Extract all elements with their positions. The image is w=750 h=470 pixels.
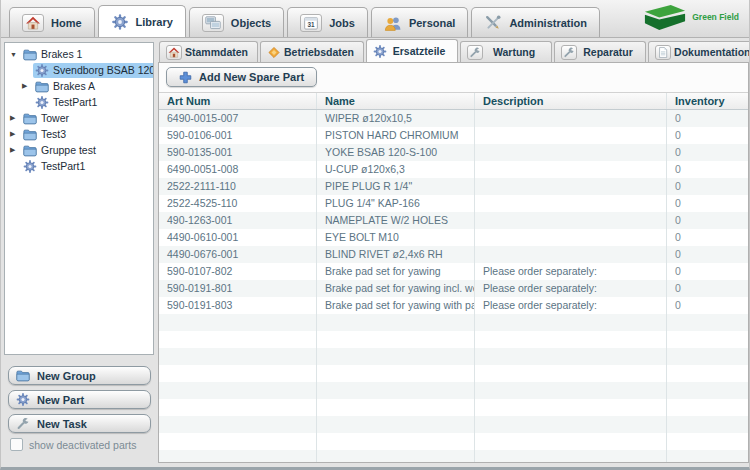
cell-inventory: 0 [667,178,748,195]
table-empty-area [159,314,748,462]
tree-item-body[interactable]: Tower [21,111,74,126]
table-row[interactable]: 2522-4525-110 PLUG 1/4" KAP-166 0 [159,195,748,212]
tree-item-icon [23,112,37,125]
detail-tab-bar: Stammdaten Betriebsdaten Ersatzteile War… [159,40,750,62]
detail-tab-icon [166,45,182,60]
tree-item[interactable]: ▶ Tower [5,110,153,126]
cell-art-num: 490-1263-001 [159,212,317,229]
tree-item[interactable]: TestPart1 [5,158,153,174]
tree-item[interactable]: ▼ Brakes 1 [5,46,153,62]
tree-item-body[interactable]: Brakes A [33,79,100,94]
table-header-row: Art Num Name Description Inventory [159,92,748,110]
table-row[interactable]: 6490-0051-008 U-CUP ø120x6,3 0 [159,161,748,178]
tree-expand-arrow-icon[interactable]: ▶ [10,130,21,138]
detail-tab[interactable]: Betriebsdaten [260,41,364,62]
show-deactivated-checkbox[interactable] [10,438,23,451]
top-tab[interactable]: 31 Jobs [287,7,368,37]
tree-item-body[interactable]: Test3 [21,127,71,142]
add-new-spare-part-button[interactable]: Add New Spare Part [166,67,317,87]
table-row[interactable]: 4490-0676-001 BLIND RIVET ø2,4x6 RH 0 [159,246,748,263]
sidebar-button-label: New Group [37,370,96,382]
tree-item[interactable]: TestPart1 [5,94,153,110]
cell-description [475,229,667,246]
cell-name: Brake pad set for yawing with pad wo [317,297,475,314]
top-tab-label: Objects [231,17,271,29]
tree-item[interactable]: Svendborg BSAB 120 [5,62,153,78]
table-row[interactable]: 4490-0610-001 EYE BOLT M10 0 [159,229,748,246]
table-row[interactable]: 590-0191-801 Brake pad set for yawing in… [159,280,748,297]
cell-inventory: 0 [667,280,748,297]
detail-tab-icon [655,45,671,60]
cell-description [475,110,667,127]
cell-art-num: 590-0191-801 [159,280,317,297]
top-tab[interactable]: Home [9,7,95,37]
top-tab-icon [202,14,224,32]
cell-inventory: 0 [667,229,748,246]
cell-inventory: 0 [667,161,748,178]
show-deactivated-label: show deactivated parts [29,439,136,451]
tree-item-body[interactable]: TestPart1 [33,95,102,110]
logo-top-line: Green Field [692,13,739,22]
main-panel: Stammdaten Betriebsdaten Ersatzteile War… [158,38,749,463]
green-field-flag-icon [643,3,687,32]
detail-tab[interactable]: Wartung [460,41,552,62]
table-row[interactable]: 6490-0015-007 WIPER ø120x10,5 0 [159,110,748,127]
sidebar-action-button[interactable]: New Part [8,390,151,409]
top-tab[interactable]: Library [98,5,186,37]
table-row[interactable]: 590-0135-001 YOKE BSAB 120-S-100 0 [159,144,748,161]
cell-description [475,195,667,212]
top-navigation-bar: Home Library Objects 31 Jobs [1,0,749,38]
tree-item[interactable]: ▶ Test3 [5,126,153,142]
tree-item[interactable]: ▶ Brakes A [5,78,153,94]
detail-tab[interactable]: Ersatzteile [366,39,458,62]
cell-art-num: 6490-0015-007 [159,110,317,127]
table-row[interactable]: 590-0107-802 Brake pad set for yawing Pl… [159,263,748,280]
tree-expand-arrow-icon[interactable]: ▶ [22,82,33,90]
cell-art-num: 4490-0610-001 [159,229,317,246]
cell-name: NAMEPLATE W/2 HOLES [317,212,475,229]
top-tab[interactable]: Personal [371,7,468,37]
tree-expand-arrow-icon[interactable]: ▼ [10,51,21,58]
sidebar-action-button[interactable]: New Group [8,366,151,385]
tree-item-icon [35,80,49,93]
tree-item-icon [23,160,37,173]
sidebar-button-stack: New Group New Part New Task [8,366,151,438]
table-row[interactable]: 590-0191-803 Brake pad set for yawing wi… [159,297,748,314]
tree-item-body[interactable]: Gruppe test [21,143,101,158]
top-tab[interactable]: Objects [189,7,284,37]
detail-tab[interactable]: Stammdaten [159,41,258,62]
app-window: Home Library Objects 31 Jobs [0,0,750,470]
tree-item[interactable]: ▶ Gruppe test [5,142,153,158]
tree-item-icon [35,64,49,77]
column-header-name: Name [317,93,475,109]
top-tab-label: Home [51,17,82,29]
cell-name: Brake pad set for yawing incl. wear in [317,280,475,297]
detail-tab[interactable]: Dokumentation [648,41,750,62]
top-tab-bar: Home Library Objects 31 Jobs [9,5,603,37]
brand-logo-text: Green Field Solutions [692,13,739,22]
column-header-description: Description [475,93,667,109]
table-row[interactable]: 590-0106-001 PISTON HARD CHROMIUM 0 [159,127,748,144]
tree-expand-arrow-icon[interactable]: ▶ [10,146,21,154]
add-new-spare-part-label: Add New Spare Part [199,71,304,83]
tree-item-body[interactable]: TestPart1 [21,159,90,174]
detail-tab[interactable]: Reparatur [554,41,646,62]
sidebar-action-button[interactable]: New Task [8,414,151,433]
table-row[interactable]: 2522-2111-110 PIPE PLUG R 1/4" 0 [159,178,748,195]
top-tab[interactable]: Administration [471,7,600,37]
detail-tab-label: Stammdaten [182,46,251,58]
sidebar-button-icon [16,417,30,430]
table-row[interactable]: 490-1263-001 NAMEPLATE W/2 HOLES 0 [159,212,748,229]
tree-expand-arrow-icon[interactable]: ▶ [10,114,21,122]
plus-icon [179,71,192,84]
sidebar-button-label: New Task [37,418,87,430]
cell-inventory: 0 [667,127,748,144]
tree-item-label: Tower [41,112,69,124]
cell-name: Brake pad set for yawing [317,263,475,280]
tree-item-label: TestPart1 [41,160,85,172]
tree-item-body[interactable]: Brakes 1 [21,47,87,62]
cell-description [475,178,667,195]
library-tree: ▼ Brakes 1 Svendborg BSAB 120 ▶ [4,42,154,355]
tree-item-body[interactable]: Svendborg BSAB 120 [33,63,154,78]
tree-item-label: Brakes 1 [41,48,82,60]
